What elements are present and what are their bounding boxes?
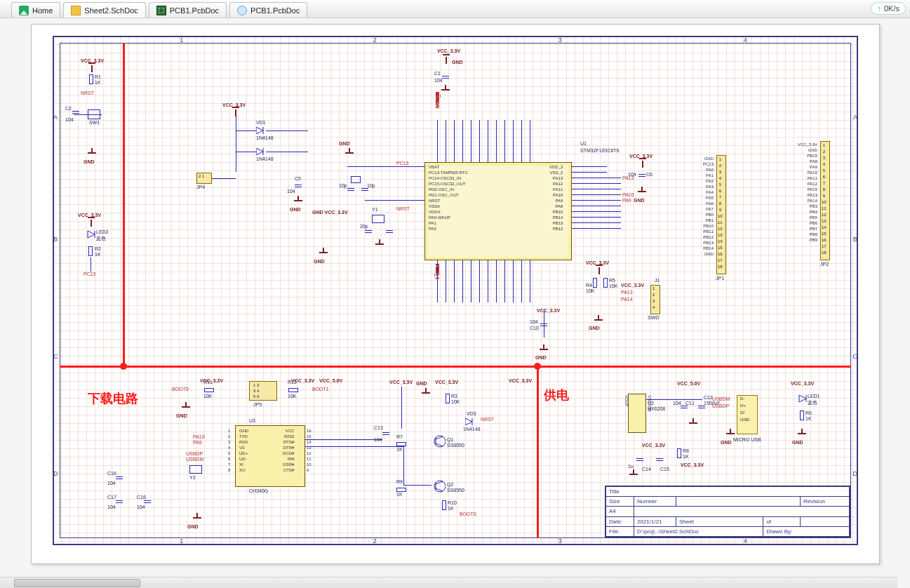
c10[interactable] — [540, 322, 547, 328]
u3-ref: U3 — [249, 418, 255, 423]
tab-pcb1-pcbdoc[interactable]: PCB1.PcbDoc — [149, 2, 227, 18]
vd3-ref: VD3 — [467, 411, 476, 416]
led2-ref: LED2 — [96, 229, 109, 234]
r3[interactable] — [446, 394, 450, 403]
tab-sheet2-schdoc[interactable]: Sheet2.SchDoc — [63, 2, 145, 18]
diode-vd1[interactable] — [256, 127, 266, 134]
c7[interactable] — [365, 229, 372, 234]
nrst-lbl: NRST — [81, 91, 94, 95]
r10-ref: R10 — [448, 500, 457, 505]
c17[interactable] — [116, 499, 123, 505]
wire-vd2 — [236, 152, 257, 152]
u2-hx6206[interactable] — [628, 394, 646, 433]
swd-ref: SWD — [648, 315, 659, 320]
r1[interactable] — [89, 74, 93, 84]
c14[interactable] — [636, 457, 643, 462]
tab-home[interactable]: Home — [11, 2, 60, 18]
led2-color: 蓝色 — [96, 235, 106, 242]
r5[interactable] — [603, 278, 608, 288]
svg-marker-2 — [256, 148, 263, 155]
c4[interactable] — [347, 187, 354, 192]
c1[interactable] — [442, 74, 449, 80]
r7-val: 1K — [396, 447, 403, 452]
c17-ref: C17 — [107, 495, 116, 500]
zone-col-2: 2 — [373, 36, 377, 44]
r10[interactable] — [442, 500, 446, 510]
gnd-top-label: GND — [452, 60, 463, 65]
diode-vd3[interactable] — [465, 418, 475, 425]
mcu-right-pins: VDD_2VSS_2PA13PA12PA11PA10PA9PA8PB15PB14… — [549, 165, 563, 232]
r11[interactable] — [204, 388, 214, 392]
vd2-val: 1N4148 — [256, 156, 274, 161]
gnd-u3 — [192, 513, 203, 523]
c8[interactable] — [386, 229, 393, 234]
r11-val: 10K — [203, 394, 212, 399]
c2[interactable] — [72, 109, 79, 115]
transistor-q2[interactable] — [431, 479, 446, 493]
r12[interactable] — [288, 388, 298, 392]
crystal-y1[interactable] — [372, 215, 384, 223]
c5-ref: C5 — [295, 176, 301, 181]
c6[interactable] — [638, 173, 645, 178]
diode-vd2[interactable] — [256, 148, 266, 155]
c16[interactable] — [116, 475, 123, 481]
c4-val: 10p — [339, 183, 347, 188]
c13[interactable] — [382, 431, 389, 436]
schematic-sheet: 1 2 3 4 1 2 3 4 A B C D A B C D 下载电路 供电 … — [53, 36, 858, 545]
c10-val: 104 — [530, 319, 538, 324]
usb-connector[interactable] — [737, 395, 758, 434]
r7[interactable] — [396, 442, 406, 446]
u3-w2 — [305, 446, 403, 447]
c18[interactable] — [144, 499, 151, 505]
u3-left-pins: GNDTXDRXDV3UD+UD-XIXO — [239, 429, 248, 473]
vcc-q: VCC_3.3V — [389, 380, 413, 385]
jp4-ref: JP4 — [196, 185, 205, 189]
led2-net: PC13 — [83, 272, 96, 276]
led2[interactable] — [86, 229, 96, 239]
svg-marker-17 — [799, 395, 806, 402]
c13-val: 104 — [374, 437, 382, 442]
gnd-jp5-lbl: GND — [176, 413, 187, 418]
r1-val: 1K — [95, 80, 101, 85]
zone-row-cr: C — [853, 353, 858, 360]
svg-marker-7 — [465, 418, 472, 425]
u2-part: HX6206 — [648, 406, 665, 411]
r12-val: 10K — [288, 394, 296, 399]
network-speed-badge: ↑ 0K/s — [871, 2, 906, 15]
r8[interactable] — [677, 448, 681, 458]
net-nrst: NRST — [396, 206, 410, 211]
net-pa9: PA9 — [622, 198, 631, 203]
horizontal-scrollbar[interactable] — [0, 577, 897, 588]
vd3-val: 1N4148 — [463, 427, 481, 432]
sw1[interactable] — [88, 109, 100, 119]
crystal-y2b[interactable] — [189, 465, 202, 474]
zone-col-2b: 2 — [373, 537, 377, 544]
gnd-swd-lbl: GND — [589, 326, 600, 330]
r2[interactable] — [88, 246, 93, 256]
document-tabbar: Home Sheet2.SchDoc PCB1.PcbDoc PCB1.PcbD… — [0, 0, 910, 18]
r6[interactable] — [800, 410, 804, 420]
c16-val: 104 — [107, 481, 116, 486]
tb-drawn-h: Drawn By: — [763, 526, 850, 536]
c14-ref: C14 — [642, 467, 651, 472]
svg-marker-4 — [88, 231, 95, 238]
led1[interactable] — [798, 394, 808, 403]
scrollbar-thumb[interactable] — [14, 579, 140, 587]
zone-row-a: A — [53, 114, 58, 121]
schematic-canvas[interactable]: 1 2 3 4 1 2 3 4 A B C D A B C D 下载电路 供电 … — [31, 24, 880, 564]
c3[interactable] — [295, 183, 302, 189]
wire-vd — [236, 116, 236, 172]
transistor-q1[interactable] — [431, 434, 446, 448]
crystal-y2[interactable] — [351, 176, 361, 183]
r4[interactable] — [593, 278, 597, 288]
c15[interactable] — [656, 457, 663, 462]
vcc-top — [446, 57, 447, 64]
gnd-q-lbl: GND — [416, 381, 427, 386]
jp1-ref: JP1 — [716, 276, 724, 281]
schematic-icon — [71, 6, 81, 15]
vcc-c6-sym — [642, 161, 643, 168]
gnd-c6 — [636, 187, 648, 196]
r5-val: 10K — [609, 283, 617, 288]
tb-title: Title — [606, 487, 850, 497]
tab-pcb1-pcbdoc-alt[interactable]: PCB1.PcbDoc — [229, 2, 307, 18]
